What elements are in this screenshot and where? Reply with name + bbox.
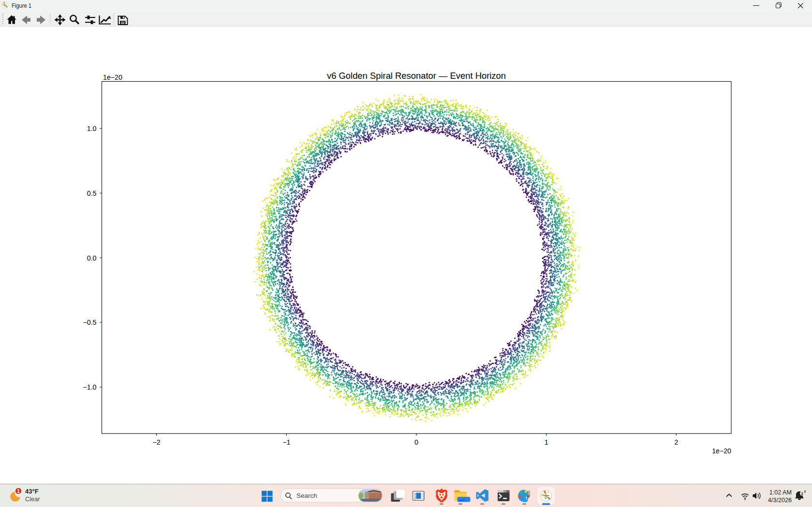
svg-text:Figure 1: Figure 1: [12, 2, 31, 9]
svg-text:43°F: 43°F: [25, 488, 39, 495]
svg-text:0.0: 0.0: [87, 254, 97, 262]
svg-text:1: 1: [545, 438, 548, 446]
svg-text:z: z: [804, 489, 806, 493]
svg-text:0.5: 0.5: [87, 189, 97, 197]
svg-text:Clear: Clear: [25, 495, 40, 503]
svg-text:1e−20: 1e−20: [712, 447, 731, 455]
svg-text:v6 Golden Spiral Resonator — E: v6 Golden Spiral Resonator — Event Horiz…: [327, 71, 506, 81]
svg-text:−2: −2: [153, 438, 161, 446]
svg-text:Search: Search: [296, 492, 317, 499]
svg-text:z: z: [801, 491, 803, 496]
svg-text:1:02 AM: 1:02 AM: [769, 489, 792, 496]
svg-text:−0.5: −0.5: [83, 319, 96, 326]
svg-text:−1: −1: [282, 438, 290, 446]
svg-text:1e−20: 1e−20: [103, 73, 122, 81]
svg-text:1: 1: [17, 488, 20, 494]
svg-text:1.0: 1.0: [87, 125, 97, 132]
svg-text:4/3/2026: 4/3/2026: [768, 497, 792, 504]
svg-text:−1.0: −1.0: [83, 383, 96, 391]
svg-text:2: 2: [674, 438, 678, 446]
svg-text:0: 0: [414, 438, 418, 446]
